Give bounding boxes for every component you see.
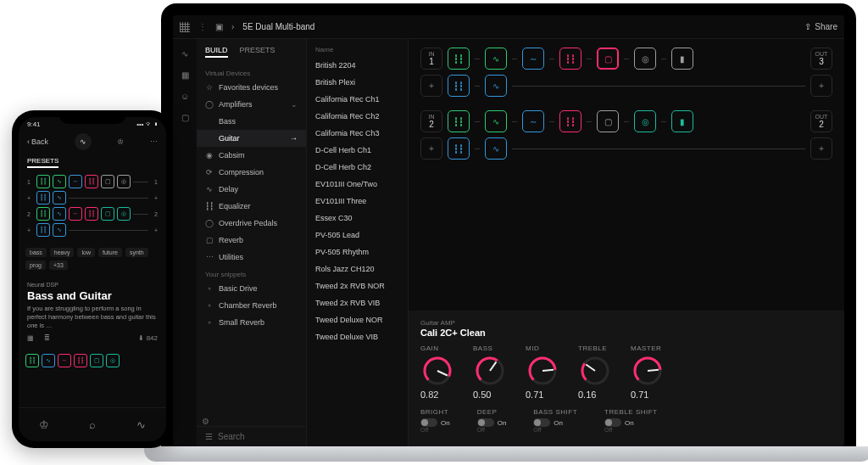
- signal-node[interactable]: ▮: [671, 110, 693, 132]
- signal-node[interactable]: ∿: [485, 75, 507, 97]
- signal-node[interactable]: ∼: [522, 48, 544, 70]
- signal-node[interactable]: ▮: [671, 48, 693, 70]
- in-2[interactable]: IN2: [420, 110, 442, 132]
- signal-node[interactable]: ┇┇: [559, 48, 581, 70]
- rail-user-icon[interactable]: ☺: [181, 92, 189, 101]
- model-item[interactable]: EV101III Three: [307, 193, 408, 210]
- model-item[interactable]: D-Cell Herb Ch2: [307, 159, 408, 176]
- toggle-treble-shift[interactable]: TREBLE SHIFTOnOff: [604, 408, 657, 433]
- signal-node[interactable]: ▢: [101, 175, 114, 188]
- model-item[interactable]: Rols Jazz CH120: [307, 261, 408, 277]
- app-logo-icon[interactable]: ∿: [75, 133, 92, 150]
- tab-presets[interactable]: PRESETS: [240, 46, 275, 58]
- preset-title[interactable]: 5E Dual Multi-band: [242, 22, 314, 31]
- device-bass[interactable]: Bass: [197, 113, 306, 130]
- device-cabsim[interactable]: ◉Cabsim: [197, 147, 306, 164]
- model-item[interactable]: EV101III One/Two: [307, 176, 408, 193]
- tab-user-icon[interactable]: ♔: [39, 418, 49, 431]
- signal-node[interactable]: ∿: [42, 354, 55, 367]
- signal-node[interactable]: ┇┇: [36, 223, 50, 237]
- signal-node[interactable]: ∿: [53, 207, 66, 221]
- signal-node[interactable]: ┇┇: [85, 207, 98, 221]
- signal-node[interactable]: ▢: [90, 354, 103, 367]
- add-output[interactable]: ＋: [810, 75, 832, 97]
- model-item[interactable]: Tweed Deluxe NOR: [307, 311, 408, 328]
- add-input[interactable]: ＋: [420, 75, 442, 97]
- model-item[interactable]: California Rec Ch1: [307, 91, 408, 108]
- share-button[interactable]: ⇪ Share: [804, 22, 837, 31]
- signal-node[interactable]: ◎: [634, 48, 656, 70]
- app-menu-icon[interactable]: [180, 22, 190, 32]
- signal-node[interactable]: ┇┇: [74, 354, 87, 367]
- model-item[interactable]: California Rec Ch2: [307, 108, 408, 125]
- model-item[interactable]: British 2204: [307, 57, 408, 74]
- signal-node[interactable]: ∿: [53, 191, 66, 204]
- device-utilities[interactable]: ⋯Utilities: [197, 249, 306, 266]
- signal-node[interactable]: ┇┇: [25, 354, 39, 367]
- signal-node[interactable]: ∼: [58, 354, 71, 367]
- knob-bass[interactable]: BASS 0.50: [473, 345, 507, 400]
- out-1[interactable]: OUT3: [810, 48, 832, 70]
- signal-node[interactable]: ┇┇: [559, 110, 581, 132]
- device-guitar[interactable]: Guitar→: [197, 130, 306, 147]
- user-icon[interactable]: ♔: [117, 137, 124, 146]
- tag[interactable]: synth: [125, 248, 148, 257]
- toggle-bright[interactable]: BRIGHTOnOff: [420, 408, 450, 433]
- signal-node[interactable]: ┇┇: [36, 175, 50, 188]
- knob-treble[interactable]: TREBLE 0.16: [578, 345, 612, 400]
- model-item[interactable]: California Rec Ch3: [307, 125, 408, 142]
- device-compression[interactable]: ⟳Compression: [197, 164, 306, 181]
- device-delay[interactable]: ∿Delay: [197, 181, 306, 198]
- device-equalizer[interactable]: ┇┇Equalizer: [197, 198, 306, 215]
- snippet-basic[interactable]: ▫Basic Drive: [197, 280, 306, 297]
- signal-node[interactable]: ∿: [53, 223, 66, 237]
- signal-node[interactable]: ▢: [597, 110, 619, 132]
- tag[interactable]: heavy: [50, 248, 75, 257]
- toggle-deep[interactable]: DEEPOnOff: [477, 408, 507, 433]
- model-item[interactable]: PV-505 Rhythm: [307, 244, 408, 261]
- more-icon[interactable]: ⋮: [198, 22, 207, 31]
- device-overdrive[interactable]: ◯Overdrive Pedals: [197, 215, 306, 232]
- rail-grid-icon[interactable]: ▦: [181, 70, 189, 80]
- tab-build[interactable]: BUILD: [205, 46, 228, 58]
- tab-signal-icon[interactable]: ∿: [136, 418, 146, 431]
- model-item[interactable]: Tweed Deluxe VIB: [307, 328, 408, 345]
- more-icon[interactable]: ⋯: [150, 137, 158, 146]
- tag[interactable]: bass: [25, 248, 47, 257]
- tag[interactable]: future: [98, 248, 122, 257]
- signal-node[interactable]: ◎: [634, 110, 656, 132]
- snippet-small[interactable]: ▫Small Reverb: [197, 314, 306, 331]
- model-item[interactable]: Tweed 2x RVB NOR: [307, 277, 408, 294]
- signal-node[interactable]: ∿: [485, 110, 507, 132]
- signal-node[interactable]: ┇┇: [448, 110, 470, 132]
- toggle-bass-shift[interactable]: BASS SHIFTOnOff: [533, 408, 577, 433]
- snippet-chamber[interactable]: ▫Chamber Reverb: [197, 297, 306, 314]
- rail-signal-icon[interactable]: ∿: [181, 49, 188, 59]
- signal-node[interactable]: ◎: [106, 354, 120, 367]
- device-favorites[interactable]: ☆Favorites devices: [197, 79, 306, 96]
- back-button[interactable]: ‹ Back: [27, 137, 48, 146]
- signal-node[interactable]: ∼: [522, 110, 544, 132]
- tag[interactable]: +33: [49, 261, 68, 270]
- signal-node[interactable]: ┇┇: [448, 75, 470, 97]
- signal-node[interactable]: ∼: [69, 207, 82, 221]
- out-2[interactable]: OUT2: [810, 110, 832, 132]
- signal-node[interactable]: ┇┇: [448, 48, 470, 70]
- signal-node[interactable]: ∼: [69, 175, 82, 188]
- tag[interactable]: low: [77, 248, 95, 257]
- signal-node[interactable]: ∿: [485, 48, 507, 70]
- rail-box-icon[interactable]: ▢: [181, 113, 189, 122]
- model-item[interactable]: Essex C30: [307, 210, 408, 227]
- search-input[interactable]: ☰Search: [197, 426, 306, 446]
- model-item[interactable]: PV-505 Lead: [307, 227, 408, 244]
- signal-node[interactable]: ┇┇: [36, 191, 50, 204]
- panel-icon[interactable]: ▣: [215, 22, 223, 31]
- signal-node[interactable]: ◎: [117, 207, 131, 221]
- device-amplifiers[interactable]: ◯Amplifiers⌄: [197, 96, 306, 113]
- signal-node[interactable]: ∿: [485, 137, 507, 160]
- add-output[interactable]: ＋: [810, 137, 832, 160]
- signal-node[interactable]: ┇┇: [36, 207, 50, 221]
- in-1[interactable]: IN1: [420, 48, 442, 70]
- signal-node[interactable]: ∿: [53, 175, 66, 188]
- tag[interactable]: prog: [25, 261, 46, 270]
